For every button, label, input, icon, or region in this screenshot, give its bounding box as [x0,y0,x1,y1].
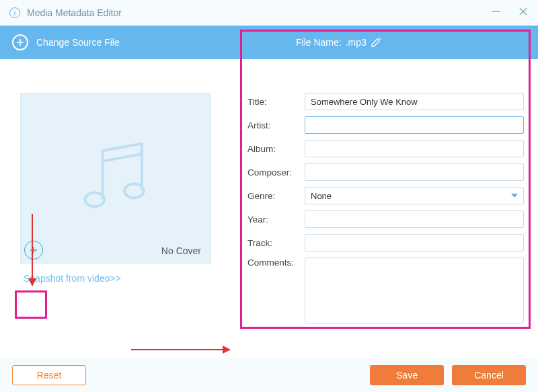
album-input[interactable] [305,140,524,157]
composer-input[interactable] [305,163,524,181]
composer-label: Composer: [247,167,305,178]
track-label: Track: [247,238,305,248]
snapshot-from-video-link[interactable]: Snapshot from video>> [24,273,121,284]
genre-value: None [311,191,332,201]
footer: Reset Save Cancel [0,358,538,392]
cover-preview: No Cover [20,93,211,264]
minimize-button[interactable] [491,6,502,19]
svg-point-6 [124,184,144,198]
year-label: Year: [247,214,305,225]
add-source-icon[interactable] [12,34,28,50]
artist-input[interactable] [305,116,524,134]
title-label: Title: [247,97,305,107]
annotation-arrow-icon [131,343,232,359]
year-input[interactable] [305,210,524,228]
genre-label: Genre: [247,191,305,201]
file-name-edit[interactable]: File Name: .mp3 [296,26,381,59]
music-note-icon [72,133,159,223]
artist-label: Artist: [247,120,305,130]
chevron-down-icon [511,194,518,198]
metadata-form: Title: Artist: Album: Composer: Genre: N… [247,93,524,329]
svg-marker-12 [223,346,231,354]
change-source-button[interactable]: Change Source File [36,37,120,48]
pencil-icon[interactable] [371,37,381,48]
title-input[interactable] [305,93,524,110]
info-icon: i [9,7,20,18]
toolbar: Change Source File File Name: .mp3 [0,26,538,59]
no-cover-label: No Cover [161,245,201,256]
cancel-button[interactable]: Cancel [452,365,526,385]
comments-input[interactable] [305,258,524,323]
file-name-label: File Name: [296,37,342,48]
album-label: Album: [247,144,305,154]
file-name-value: .mp3 [346,37,367,48]
comments-label: Comments: [247,258,305,268]
genre-select[interactable]: None [305,187,524,204]
add-cover-button[interactable] [24,241,43,260]
title-bar: i Media Metadata Editor [0,0,538,26]
reset-button[interactable]: Reset [12,365,86,385]
annotation-highlight-box [15,290,47,319]
close-button[interactable] [518,6,529,19]
save-button[interactable]: Save [370,365,444,385]
svg-point-5 [85,192,105,206]
window-title: Media Metadata Editor [27,7,122,18]
track-input[interactable] [305,234,524,251]
